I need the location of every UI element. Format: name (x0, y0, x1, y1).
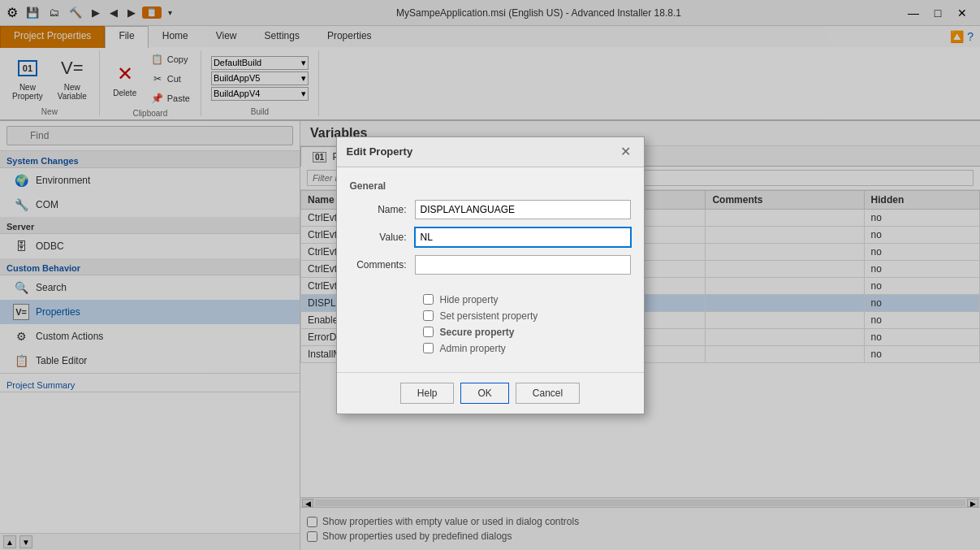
ok-button[interactable]: OK (460, 383, 508, 404)
cancel-button[interactable]: Cancel (516, 383, 580, 404)
modal-field-value: Value: (350, 227, 631, 247)
modal-name-input[interactable] (415, 200, 631, 219)
modal-comments-input[interactable] (415, 255, 631, 275)
modal-value-label: Value: (350, 232, 415, 243)
secure-property-label: Secure property (440, 327, 515, 338)
modal-footer: Help OK Cancel (337, 372, 644, 414)
modal-field-comments: Comments: (350, 255, 631, 275)
modal-section-label: General (350, 180, 631, 192)
modal-checkbox-secure: Secure property (423, 327, 631, 338)
admin-property-label: Admin property (440, 343, 506, 354)
modal-close-button[interactable]: ✕ (618, 144, 634, 160)
checkbox-admin-property[interactable] (423, 343, 434, 353)
modal-title: Edit Property (347, 145, 413, 158)
modal-checkbox-persistent: Set persistent property (423, 310, 631, 322)
modal-checkbox-hide: Hide property (423, 294, 631, 305)
edit-property-modal: Edit Property ✕ General Name: Value: Com… (336, 136, 645, 414)
modal-overlay: Edit Property ✕ General Name: Value: Com… (0, 0, 980, 550)
help-button[interactable]: Help (400, 383, 455, 404)
checkbox-hide-property[interactable] (423, 294, 434, 305)
modal-body: General Name: Value: Comments: Hide prop… (337, 167, 644, 372)
checkbox-set-persistent[interactable] (423, 310, 434, 321)
modal-value-input[interactable] (415, 227, 631, 247)
modal-name-label: Name: (350, 204, 415, 215)
modal-spacer (350, 283, 631, 289)
checkbox-secure-property[interactable] (423, 327, 434, 337)
modal-comments-label: Comments: (350, 259, 415, 271)
set-persistent-label: Set persistent property (440, 310, 538, 322)
modal-field-name: Name: (350, 200, 631, 219)
hide-property-label: Hide property (440, 294, 499, 305)
modal-checkbox-admin: Admin property (423, 343, 631, 354)
modal-titlebar: Edit Property ✕ (337, 137, 644, 167)
